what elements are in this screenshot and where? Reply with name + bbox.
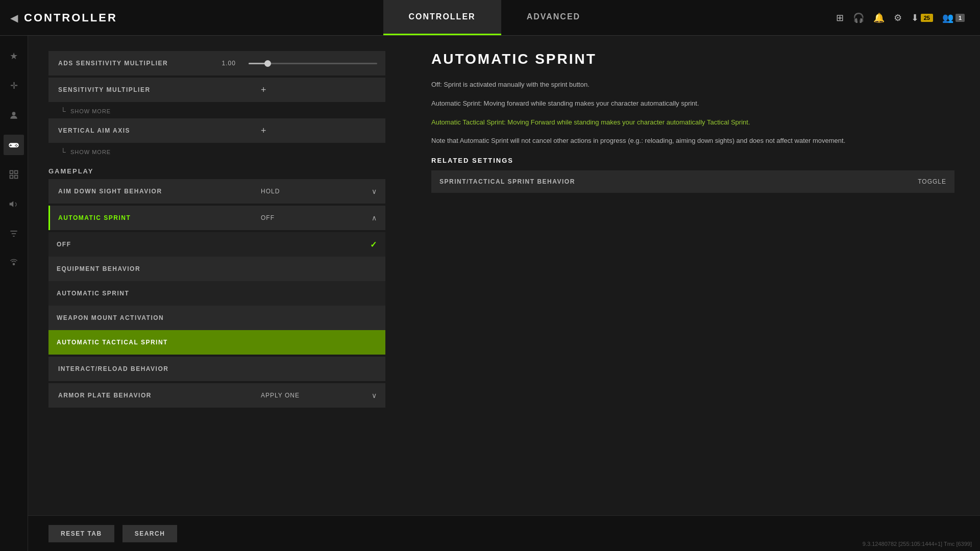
sensitivity-plus-icon[interactable]: + [261, 85, 267, 95]
armor-plate-label: ARMOR PLATE BEHAVIOR [50, 392, 253, 399]
bottom-bar: RESET TAB SEARCH [28, 515, 980, 551]
tab-controller[interactable]: CONTROLLER [383, 0, 501, 35]
right-panel: AUTOMATIC SPRINT Off: Sprint is activate… [406, 36, 980, 551]
vertical-aim-plus-icon[interactable]: + [261, 126, 267, 136]
player-count: 1 [955, 14, 965, 22]
equipment-behavior-row[interactable]: EQUIPMENT BEHAVIOR [48, 257, 385, 281]
svg-rect-9 [15, 171, 18, 174]
sidebar-icon-controller[interactable] [4, 135, 24, 155]
svg-point-5 [17, 145, 18, 146]
settings-icon[interactable]: ⚙ [894, 12, 902, 23]
sidebar-icon-interface[interactable] [4, 164, 24, 185]
svg-point-6 [15, 145, 16, 146]
svg-rect-11 [10, 176, 13, 179]
detail-title: AUTOMATIC SPRINT [431, 51, 954, 67]
bell-icon[interactable]: 🔔 [873, 12, 885, 23]
aim-down-sight-label: AIM DOWN SIGHT BEHAVIOR [50, 188, 253, 195]
players-symbol: 👥 [942, 12, 953, 23]
version-text: 9.3.12480782 [255:105:1444+1] Tmc [6399] [863, 541, 972, 547]
tree-char-1: └ [61, 107, 66, 115]
related-setting-label: SPRINT/TACTICAL SPRINT BEHAVIOR [439, 178, 910, 185]
automatic-sprint-text: OFF [261, 214, 275, 221]
dropdown-auto-sprint-label: AUTOMATIC SPRINT [57, 290, 129, 297]
ads-slider-track[interactable] [249, 63, 378, 64]
grid-icon[interactable]: ⊞ [836, 12, 844, 23]
ads-sensitivity-row[interactable]: ADS SENSITIVITY MULTIPLIER 1.00 [48, 51, 385, 76]
svg-rect-10 [15, 176, 18, 179]
interact-reload-label: INTERACT/RELOAD BEHAVIOR [50, 365, 253, 372]
detail-para-1: Off: Sprint is activated manually with t… [431, 80, 954, 90]
automatic-sprint-value[interactable]: OFF ∧ [253, 214, 385, 222]
dropdown-option-auto-sprint[interactable]: AUTOMATIC SPRINT [48, 281, 385, 306]
tab-advanced[interactable]: ADVANCED [501, 0, 606, 35]
aim-down-sight-row[interactable]: AIM DOWN SIGHT BEHAVIOR HOLD ∨ [48, 179, 385, 204]
vertical-aim-label: VERTICAL AIM AXIS [50, 127, 253, 134]
download-count: 25 [921, 14, 933, 22]
armor-plate-chevron: ∨ [372, 391, 377, 399]
armor-plate-value[interactable]: APPLY ONE ∨ [253, 391, 385, 399]
top-bar: ◀ CONTROLLER CONTROLLER ADVANCED ⊞ 🎧 🔔 ⚙… [0, 0, 980, 36]
armor-plate-text: APPLY ONE [261, 392, 300, 399]
left-panel: ADS SENSITIVITY MULTIPLIER 1.00 SENSITIV… [28, 36, 406, 551]
automatic-sprint-label: AUTOMATIC SPRINT [50, 214, 253, 221]
sensitivity-multiplier-row[interactable]: SENSITIVITY MULTIPLIER + [48, 78, 385, 102]
players-icon[interactable]: 👥 1 [942, 12, 965, 23]
sidebar-icon-audio[interactable] [4, 194, 24, 214]
sidebar-icon-star[interactable]: ★ [4, 46, 24, 66]
ads-slider-thumb [264, 60, 271, 67]
detail-para-3: Automatic Tactical Sprint: Moving Forwar… [431, 117, 954, 128]
main-content: ADS SENSITIVITY MULTIPLIER 1.00 SENSITIV… [28, 36, 980, 551]
search-button[interactable]: SEARCH [122, 525, 178, 542]
vertical-aim-value: + [253, 126, 385, 136]
reset-tab-button[interactable]: RESET TAB [48, 525, 114, 542]
automatic-sprint-row[interactable]: AUTOMATIC SPRINT OFF ∧ [48, 206, 385, 230]
related-setting-value: TOGGLE [918, 178, 946, 185]
sensitivity-multiplier-value: + [253, 85, 385, 95]
svg-rect-3 [9, 145, 12, 146]
headset-icon[interactable]: 🎧 [853, 12, 864, 23]
dropdown-option-off[interactable]: OFF ✓ [48, 232, 385, 257]
weapon-mount-label: WEAPON MOUNT ACTIVATION [48, 314, 385, 321]
dropdown-off-label: OFF [57, 241, 71, 248]
gameplay-section-title: GAMEPLAY [48, 167, 385, 175]
show-more-1[interactable]: └ SHOW MORE [48, 104, 385, 118]
svg-point-0 [12, 112, 16, 115]
back-button[interactable]: ◀ [10, 12, 18, 24]
related-settings-title: RELATED SETTINGS [431, 157, 954, 164]
aim-down-sight-value[interactable]: HOLD ∨ [253, 187, 385, 195]
detail-para-4: Note that Automatic Sprint will not canc… [431, 136, 954, 146]
armor-plate-row[interactable]: ARMOR PLATE BEHAVIOR APPLY ONE ∨ [48, 383, 385, 408]
related-settings-row: SPRINT/TACTICAL SPRINT BEHAVIOR TOGGLE [431, 170, 954, 193]
ads-slider-value: 1.00 [222, 60, 242, 67]
vertical-aim-row[interactable]: VERTICAL AIM AXIS + [48, 118, 385, 143]
aim-down-sight-chevron: ∨ [372, 187, 377, 195]
svg-rect-8 [10, 171, 13, 174]
download-symbol: ⬇ [911, 12, 919, 23]
sidebar-icon-crosshair[interactable]: ✛ [4, 76, 24, 96]
sidebar-icon-broadcast[interactable] [4, 253, 24, 273]
interact-reload-row[interactable]: INTERACT/RELOAD BEHAVIOR [48, 357, 385, 381]
tree-char-2: └ [61, 148, 66, 156]
show-more-2[interactable]: └ SHOW MORE [48, 145, 385, 159]
show-more-1-label: SHOW MORE [70, 108, 111, 114]
svg-point-7 [16, 146, 17, 147]
ads-sensitivity-label: ADS SENSITIVITY MULTIPLIER [50, 60, 214, 67]
detail-para-2: Automatic Sprint: Moving forward while s… [431, 98, 954, 109]
aim-down-sight-text: HOLD [261, 188, 280, 195]
automatic-sprint-chevron: ∧ [372, 214, 377, 222]
download-icon[interactable]: ⬇ 25 [911, 12, 933, 23]
ads-slider-container: 1.00 [214, 60, 386, 67]
top-bar-right: ⊞ 🎧 🔔 ⚙ ⬇ 25 👥 1 [836, 12, 980, 23]
show-more-2-label: SHOW MORE [70, 149, 111, 155]
dropdown-option-auto-tactical[interactable]: AUTOMATIC TACTICAL SPRINT [48, 330, 385, 355]
svg-point-16 [13, 263, 14, 265]
top-bar-left: ◀ CONTROLLER [0, 11, 153, 24]
sidebar-icon-hand[interactable] [4, 105, 24, 126]
tab-bar: CONTROLLER ADVANCED [153, 0, 836, 35]
sensitivity-multiplier-label: SENSITIVITY MULTIPLIER [50, 86, 253, 93]
weapon-mount-row[interactable]: WEAPON MOUNT ACTIVATION [48, 306, 385, 330]
dropdown-off-checkmark: ✓ [370, 240, 378, 249]
equipment-behavior-label: EQUIPMENT BEHAVIOR [48, 265, 385, 272]
sidebar-icon-filter[interactable] [4, 223, 24, 244]
svg-point-4 [16, 144, 17, 145]
